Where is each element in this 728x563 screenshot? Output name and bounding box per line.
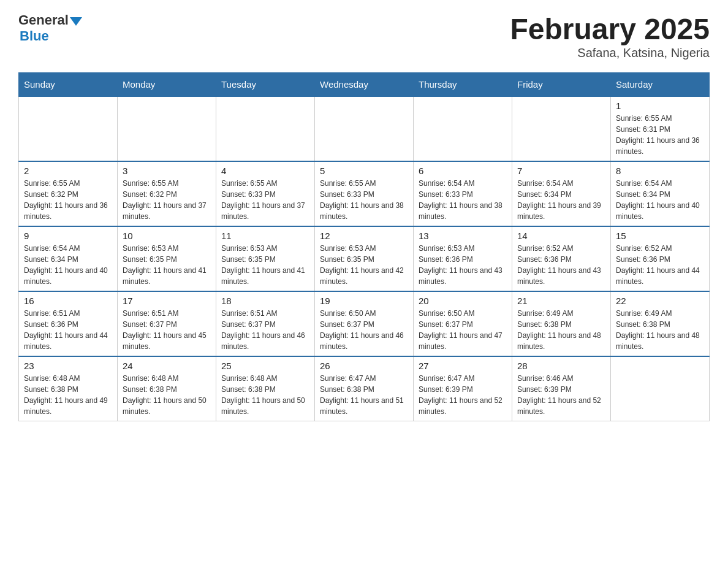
day-number: 28 [517,361,605,371]
logo-triangle-icon [70,17,82,26]
calendar-cell: 3Sunrise: 6:55 AM Sunset: 6:32 PM Daylig… [118,161,216,226]
day-info: Sunrise: 6:52 AM Sunset: 6:36 PM Dayligh… [517,243,605,287]
week-row-2: 2Sunrise: 6:55 AM Sunset: 6:32 PM Daylig… [19,161,710,226]
day-number: 8 [616,166,704,176]
calendar-cell: 14Sunrise: 6:52 AM Sunset: 6:36 PM Dayli… [512,226,611,291]
calendar-subtitle: Safana, Katsina, Nigeria [510,46,710,60]
day-number: 19 [320,296,408,306]
day-number: 20 [419,296,507,306]
calendar-cell [216,96,315,161]
day-info: Sunrise: 6:55 AM Sunset: 6:32 PM Dayligh… [24,178,112,222]
day-info: Sunrise: 6:46 AM Sunset: 6:39 PM Dayligh… [517,373,605,417]
calendar-cell [611,356,710,421]
day-number: 25 [221,361,309,371]
day-number: 24 [123,361,211,371]
day-info: Sunrise: 6:55 AM Sunset: 6:32 PM Dayligh… [123,178,211,222]
calendar-cell [315,96,414,161]
day-info: Sunrise: 6:51 AM Sunset: 6:36 PM Dayligh… [24,308,112,352]
day-number: 15 [616,231,704,241]
day-info: Sunrise: 6:53 AM Sunset: 6:35 PM Dayligh… [320,243,408,287]
day-number: 4 [221,166,309,176]
day-number: 27 [419,361,507,371]
day-number: 12 [320,231,408,241]
day-info: Sunrise: 6:48 AM Sunset: 6:38 PM Dayligh… [123,373,211,417]
calendar-cell [414,96,512,161]
calendar-cell: 10Sunrise: 6:53 AM Sunset: 6:35 PM Dayli… [118,226,216,291]
day-number: 26 [320,361,408,371]
calendar-cell: 20Sunrise: 6:50 AM Sunset: 6:37 PM Dayli… [414,291,512,356]
calendar-cell: 6Sunrise: 6:54 AM Sunset: 6:33 PM Daylig… [414,161,512,226]
day-number: 17 [123,296,211,306]
calendar-table: SundayMondayTuesdayWednesdayThursdayFrid… [18,72,710,421]
week-row-1: 1Sunrise: 6:55 AM Sunset: 6:31 PM Daylig… [19,96,710,161]
day-info: Sunrise: 6:49 AM Sunset: 6:38 PM Dayligh… [616,308,704,352]
day-number: 16 [24,296,112,306]
day-number: 7 [517,166,605,176]
day-info: Sunrise: 6:48 AM Sunset: 6:38 PM Dayligh… [221,373,309,417]
calendar-cell: 22Sunrise: 6:49 AM Sunset: 6:38 PM Dayli… [611,291,710,356]
calendar-title: February 2025 [510,12,710,46]
calendar-cell: 12Sunrise: 6:53 AM Sunset: 6:35 PM Dayli… [315,226,414,291]
day-info: Sunrise: 6:54 AM Sunset: 6:33 PM Dayligh… [419,178,507,222]
day-info: Sunrise: 6:54 AM Sunset: 6:34 PM Dayligh… [616,178,704,222]
day-number: 23 [24,361,112,371]
day-number: 1 [616,101,704,111]
day-number: 9 [24,231,112,241]
day-info: Sunrise: 6:50 AM Sunset: 6:37 PM Dayligh… [419,308,507,352]
day-number: 6 [419,166,507,176]
calendar-cell: 17Sunrise: 6:51 AM Sunset: 6:37 PM Dayli… [118,291,216,356]
day-info: Sunrise: 6:50 AM Sunset: 6:37 PM Dayligh… [320,308,408,352]
day-number: 14 [517,231,605,241]
day-header-sunday: Sunday [19,73,118,97]
calendar-cell [512,96,611,161]
calendar-cell: 1Sunrise: 6:55 AM Sunset: 6:31 PM Daylig… [611,96,710,161]
calendar-cell: 26Sunrise: 6:47 AM Sunset: 6:38 PM Dayli… [315,356,414,421]
logo-blue-text: Blue [20,28,82,44]
week-row-3: 9Sunrise: 6:54 AM Sunset: 6:34 PM Daylig… [19,226,710,291]
day-info: Sunrise: 6:47 AM Sunset: 6:39 PM Dayligh… [419,373,507,417]
day-header-saturday: Saturday [611,73,710,97]
day-info: Sunrise: 6:48 AM Sunset: 6:38 PM Dayligh… [24,373,112,417]
day-info: Sunrise: 6:53 AM Sunset: 6:35 PM Dayligh… [221,243,309,287]
day-header-tuesday: Tuesday [216,73,315,97]
day-info: Sunrise: 6:52 AM Sunset: 6:36 PM Dayligh… [616,243,704,287]
calendar-cell: 9Sunrise: 6:54 AM Sunset: 6:34 PM Daylig… [19,226,118,291]
week-row-5: 23Sunrise: 6:48 AM Sunset: 6:38 PM Dayli… [19,356,710,421]
day-header-thursday: Thursday [414,73,512,97]
day-info: Sunrise: 6:55 AM Sunset: 6:33 PM Dayligh… [320,178,408,222]
calendar-cell [118,96,216,161]
day-info: Sunrise: 6:49 AM Sunset: 6:38 PM Dayligh… [517,308,605,352]
day-header-friday: Friday [512,73,611,97]
day-info: Sunrise: 6:54 AM Sunset: 6:34 PM Dayligh… [24,243,112,287]
calendar-cell: 5Sunrise: 6:55 AM Sunset: 6:33 PM Daylig… [315,161,414,226]
calendar-cell: 24Sunrise: 6:48 AM Sunset: 6:38 PM Dayli… [118,356,216,421]
day-number: 3 [123,166,211,176]
day-info: Sunrise: 6:47 AM Sunset: 6:38 PM Dayligh… [320,373,408,417]
calendar-cell: 21Sunrise: 6:49 AM Sunset: 6:38 PM Dayli… [512,291,611,356]
calendar-cell: 15Sunrise: 6:52 AM Sunset: 6:36 PM Dayli… [611,226,710,291]
calendar-cell: 28Sunrise: 6:46 AM Sunset: 6:39 PM Dayli… [512,356,611,421]
day-number: 10 [123,231,211,241]
day-info: Sunrise: 6:53 AM Sunset: 6:36 PM Dayligh… [419,243,507,287]
calendar-cell: 19Sunrise: 6:50 AM Sunset: 6:37 PM Dayli… [315,291,414,356]
day-number: 11 [221,231,309,241]
day-info: Sunrise: 6:55 AM Sunset: 6:33 PM Dayligh… [221,178,309,222]
page-header: General Blue February 2025 Safana, Katsi… [18,12,710,60]
calendar-cell: 7Sunrise: 6:54 AM Sunset: 6:34 PM Daylig… [512,161,611,226]
week-row-4: 16Sunrise: 6:51 AM Sunset: 6:36 PM Dayli… [19,291,710,356]
logo-general-text: General [18,12,69,28]
title-area: February 2025 Safana, Katsina, Nigeria [510,12,710,60]
calendar-cell: 23Sunrise: 6:48 AM Sunset: 6:38 PM Dayli… [19,356,118,421]
day-header-wednesday: Wednesday [315,73,414,97]
day-number: 2 [24,166,112,176]
calendar-cell: 16Sunrise: 6:51 AM Sunset: 6:36 PM Dayli… [19,291,118,356]
calendar-cell: 18Sunrise: 6:51 AM Sunset: 6:37 PM Dayli… [216,291,315,356]
day-info: Sunrise: 6:54 AM Sunset: 6:34 PM Dayligh… [517,178,605,222]
day-number: 18 [221,296,309,306]
day-header-monday: Monday [118,73,216,97]
day-info: Sunrise: 6:51 AM Sunset: 6:37 PM Dayligh… [123,308,211,352]
calendar-header-row: SundayMondayTuesdayWednesdayThursdayFrid… [19,73,710,97]
day-number: 21 [517,296,605,306]
day-number: 5 [320,166,408,176]
day-number: 22 [616,296,704,306]
